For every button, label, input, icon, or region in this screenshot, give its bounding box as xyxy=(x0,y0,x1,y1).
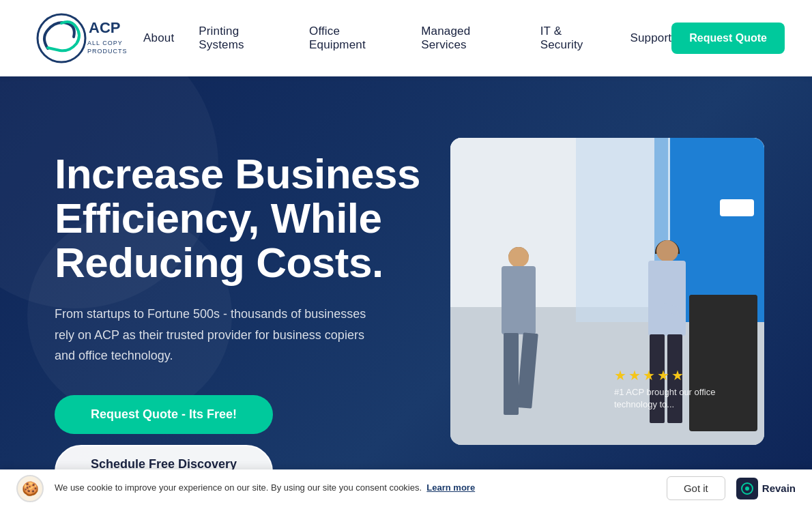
request-quote-button[interactable]: Request Quote xyxy=(671,23,785,54)
person1-body xyxy=(502,266,536,334)
hero-subtitle: From startups to Fortune 500s - thousand… xyxy=(55,304,382,366)
cookie-message: We use cookie to improve your experience… xyxy=(55,482,656,494)
svg-text:ALL COPY: ALL COPY xyxy=(87,40,123,46)
revain-badge: Revain xyxy=(736,478,796,499)
svg-text:PRODUCTS: PRODUCTS xyxy=(87,48,128,55)
revain-icon xyxy=(736,478,758,499)
hero-image-area: ★ ★ ★ ★ ★ #1 ACP brought our office tech… xyxy=(450,138,764,445)
hero-content: Increase Business Efficiency, While Redu… xyxy=(55,111,423,498)
revain-label: Revain xyxy=(762,482,796,494)
cookie-banner: 🍪 We use cookie to improve your experien… xyxy=(0,469,812,507)
navbar: ACP ALL COPY PRODUCTS About Printing Sys… xyxy=(0,0,812,76)
nav-it-security[interactable]: IT & Security xyxy=(540,25,583,51)
hero-cta-primary[interactable]: Request Quote - Its Free! xyxy=(55,395,273,434)
nav-managed-services[interactable]: Managed Services xyxy=(421,25,470,51)
got-it-button[interactable]: Got it xyxy=(667,476,725,500)
hero-title: Increase Business Efficiency, While Redu… xyxy=(55,151,423,285)
nav-office-equipment[interactable]: Office Equipment xyxy=(309,25,366,51)
review-text: #1 ACP brought our office technology to.… xyxy=(614,386,751,411)
nav-printing-systems[interactable]: Printing Systems xyxy=(199,25,244,51)
person1-head xyxy=(508,247,529,267)
logo[interactable]: ACP ALL COPY PRODUCTS xyxy=(27,11,143,66)
person-walking xyxy=(491,247,546,438)
person1-leg-right xyxy=(517,332,538,408)
star-3: ★ xyxy=(643,367,655,383)
star-1: ★ xyxy=(614,367,626,383)
nav-links: About Printing Systems Office Equipment … xyxy=(143,25,671,52)
star-5: ★ xyxy=(671,367,684,383)
printer-body xyxy=(689,295,757,431)
svg-text:ACP: ACP xyxy=(89,19,120,36)
review-snippet: ★ ★ ★ ★ ★ #1 ACP brought our office tech… xyxy=(614,367,751,411)
star-4: ★ xyxy=(657,367,669,383)
nav-about[interactable]: About xyxy=(143,31,174,44)
review-stars: ★ ★ ★ ★ ★ xyxy=(614,367,684,383)
hero-section: Increase Business Efficiency, While Redu… xyxy=(0,76,812,507)
person2-head xyxy=(656,240,678,262)
nav-support[interactable]: Support xyxy=(630,31,671,44)
star-2: ★ xyxy=(628,367,641,383)
svg-point-5 xyxy=(745,487,749,491)
printer-panel xyxy=(720,199,754,216)
cookie-icon: 🍪 xyxy=(16,475,44,502)
cookie-emoji: 🍪 xyxy=(22,480,39,497)
person2-body xyxy=(648,261,686,336)
cookie-text-main: We use cookie to improve your experience… xyxy=(55,482,422,493)
person1-leg-left xyxy=(504,333,519,415)
learn-more-link[interactable]: Learn more xyxy=(426,482,475,493)
